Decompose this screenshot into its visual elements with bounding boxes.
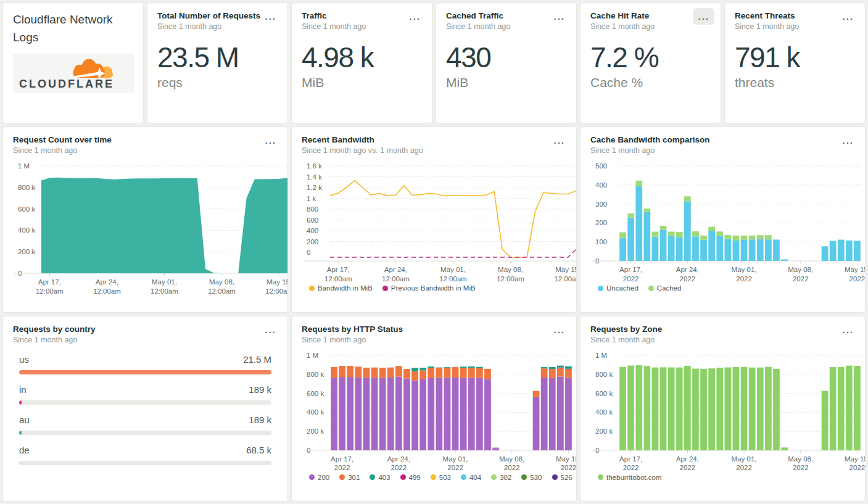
panel-header-card: Cloudflare Network Logs CLOUDFLARE [2, 2, 144, 123]
overflow-menu-icon[interactable]: ... [260, 132, 281, 149]
legend-item[interactable]: 403 [370, 474, 390, 481]
legend-item[interactable]: Bandwidth in MiB [309, 284, 373, 292]
cache-bandwidth-chart[interactable]: Apr 17,2022Apr 24,2022May 01,2022May 08,… [590, 156, 855, 282]
overflow-menu-icon[interactable]: ... [548, 8, 570, 25]
http-status-legend: 200301403499503404302530526524 [302, 474, 566, 481]
legend-item[interactable]: 404 [461, 474, 481, 481]
panel-subtitle: Since 1 month ago [590, 336, 855, 344]
legend-item[interactable]: 499 [400, 474, 421, 481]
legend-item[interactable]: Previous Bandwidth in MiB [382, 284, 476, 292]
panel-title: Recent Bandwidth [302, 135, 566, 144]
stat-card-recent-threats: ... Recent Threats Since 1 month ago 791… [724, 2, 866, 123]
panel-subtitle: Since 1 month ago [13, 146, 278, 155]
dashboard: Cloudflare Network Logs CLOUDFLARE ... T… [0, 0, 868, 504]
legend-label: Cached [657, 284, 682, 292]
panel-title: Request Count over time [13, 135, 278, 144]
country-label: us [19, 354, 29, 365]
svg-text:800 k: 800 k [307, 370, 324, 378]
cache-bandwidth-legend: UncachedCached [590, 284, 855, 292]
legend-label: theburritobot.com [606, 474, 662, 481]
overflow-menu-icon[interactable]: ... [548, 132, 570, 149]
svg-text:400: 400 [595, 181, 607, 189]
overflow-menu-icon[interactable]: ... [548, 321, 570, 338]
overflow-menu-icon[interactable]: ... [404, 8, 426, 25]
country-row: us21.5 M [13, 354, 278, 374]
panel-title: Cache Bandwidth comparison [590, 135, 855, 144]
svg-text:1.4 k: 1.4 k [307, 173, 322, 181]
svg-text:1 k: 1 k [307, 195, 316, 202]
svg-text:1 M: 1 M [595, 352, 607, 359]
legend-item[interactable]: 526 [552, 474, 572, 481]
legend-item[interactable]: 301 [339, 474, 360, 481]
legend-item[interactable]: Cached [648, 284, 682, 292]
overflow-menu-icon[interactable]: ... [693, 8, 714, 25]
legend-item[interactable]: 503 [431, 474, 451, 481]
panel-recent-bandwidth: ... Recent Bandwidth Since 1 month ago v… [291, 126, 577, 313]
legend-item[interactable]: theburritobot.com [598, 474, 662, 481]
stat-unit: reqs [157, 75, 278, 90]
zone-chart[interactable]: Apr 17,2022Apr 24,2022May 01,2022May 08,… [590, 345, 855, 471]
overflow-menu-icon[interactable]: ... [837, 8, 859, 25]
stat-card-traffic: ... Traffic Since 1 month ago 4.98 k MiB [291, 2, 432, 123]
page-title: Cloudflare Network Logs [13, 11, 124, 46]
svg-text:0: 0 [307, 249, 310, 256]
legend-item[interactable]: Uncached [598, 284, 639, 292]
legend-item[interactable]: 200 [309, 474, 329, 481]
legend-label: 200 [318, 474, 329, 481]
country-value: 189 k [249, 384, 271, 395]
country-label: au [19, 415, 30, 425]
legend-dot-icon [521, 474, 527, 480]
cloudflare-logo: CLOUDFLARE [13, 54, 134, 93]
legend-label: 530 [530, 474, 542, 481]
country-label: de [19, 445, 30, 455]
panel-subtitle: Since 1 month ago [590, 146, 855, 155]
panel-cache-bandwidth: ... Cache Bandwidth comparison Since 1 m… [580, 126, 866, 313]
cloudflare-logo-text: CLOUDFLARE [19, 78, 128, 89]
country-bar-fill [19, 370, 271, 374]
panel-requests-by-country: ... Requests by country Since 1 month ag… [2, 316, 288, 502]
stat-card-total-requests: ... Total Number of Requests Since 1 mon… [147, 2, 288, 123]
country-bar-list: us21.5 Min189 kau189 kde68.5 k [13, 354, 278, 465]
panel-request-count: ... Request Count over time Since 1 mont… [2, 126, 288, 313]
legend-item[interactable]: 302 [491, 474, 511, 481]
card-subtitle: Since 1 month ago [157, 22, 278, 31]
bandwidth-legend: Bandwidth in MiBPrevious Bandwidth in Mi… [302, 284, 566, 292]
legend-dot-icon [309, 474, 315, 480]
panel-subtitle: Since 1 month ago vs. 1 month ago [302, 146, 566, 155]
panel-subtitle: Since 1 month ago [302, 336, 566, 344]
stat-value: 7.2 % [590, 41, 711, 74]
cloudflare-cloud-icon [57, 57, 124, 80]
legend-label: 302 [500, 474, 511, 481]
stat-card-cached-traffic: ... Cached Traffic Since 1 month ago 430… [436, 2, 577, 123]
country-row: in189 k [13, 384, 278, 405]
country-bar-track [19, 431, 271, 435]
http-status-chart[interactable]: Apr 17,2022Apr 24,2022May 01,2022May 08,… [302, 345, 566, 471]
country-bar-fill [19, 431, 22, 435]
stat-card-cache-hit-rate: ... Cache Hit Rate Since 1 month ago 7.2… [580, 2, 721, 123]
overflow-menu-icon[interactable]: ... [260, 321, 281, 338]
bandwidth-chart[interactable]: Apr 17,12:00amApr 24,12:00amMay 01,12:00… [302, 156, 566, 282]
panel-requests-by-zone: ... Requests by Zone Since 1 month ago A… [580, 316, 866, 502]
legend-dot-icon [461, 474, 466, 480]
legend-label: 404 [469, 474, 481, 481]
country-bar-track [19, 461, 271, 465]
card-subtitle: Since 1 month ago [590, 22, 711, 31]
request-count-chart[interactable]: Apr 17,12:00amApr 24,12:00amMay 01,12:00… [13, 156, 278, 294]
overflow-menu-icon[interactable]: ... [837, 132, 859, 149]
legend-item[interactable]: 530 [521, 474, 542, 481]
overflow-menu-icon[interactable]: ... [837, 321, 859, 338]
panel-title: Requests by HTTP Status [302, 324, 566, 334]
legend-label: 403 [378, 474, 390, 481]
svg-text:1 M: 1 M [307, 352, 318, 359]
card-subtitle: Since 1 month ago [735, 22, 855, 31]
legend-dot-icon [370, 474, 375, 480]
svg-text:200 k: 200 k [595, 428, 613, 435]
stat-value: 4.98 k [302, 41, 422, 74]
legend-label: 499 [409, 474, 421, 481]
country-bar-track [19, 370, 271, 374]
svg-text:400 k: 400 k [307, 408, 324, 416]
overflow-menu-icon[interactable]: ... [260, 8, 281, 25]
svg-text:400 k: 400 k [595, 408, 613, 416]
svg-text:300: 300 [595, 200, 607, 208]
svg-text:1.2 k: 1.2 k [307, 184, 322, 191]
